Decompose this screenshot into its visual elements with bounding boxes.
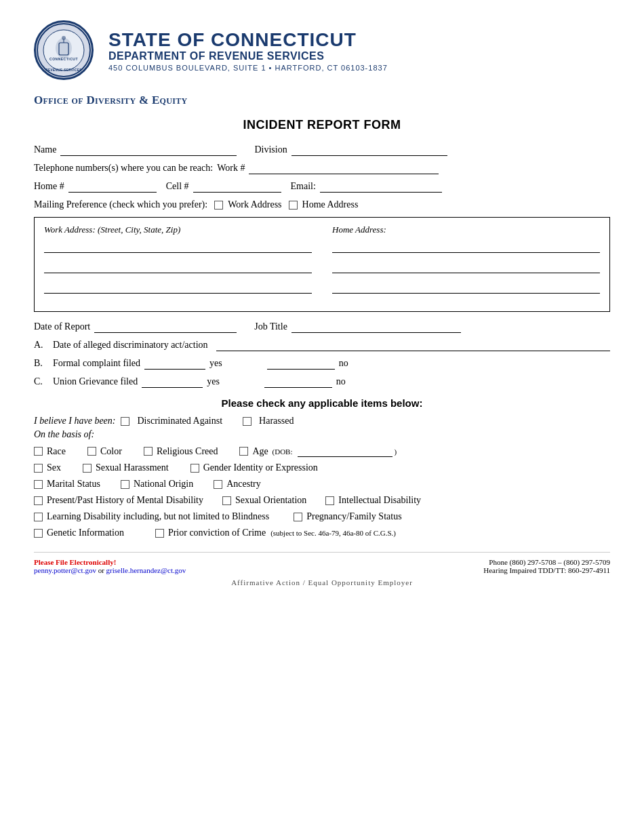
genetic-label: Genetic Information [47, 528, 124, 538]
work-address-line2[interactable] [44, 261, 312, 273]
section-a-input[interactable] [216, 340, 610, 351]
home-address-line3[interactable] [332, 281, 600, 294]
job-title-input[interactable] [291, 321, 461, 333]
footer-left: Please File Electronically! penny.potter… [34, 558, 186, 574]
learning-disability-checkbox[interactable] [34, 513, 43, 521]
header-section: CONNECTICUT REVENUE SERVICES State of Co… [34, 20, 610, 81]
intellectual-disability-checkbox[interactable] [325, 496, 334, 505]
home-address-line1[interactable] [332, 241, 600, 253]
basis-label: On the basis of: [34, 429, 94, 439]
pregnancy-item: Pregnancy/Family Status [294, 511, 401, 522]
color-label: Color [100, 446, 122, 457]
section-b-yes-input[interactable] [144, 358, 205, 370]
home-address-line2[interactable] [332, 261, 600, 273]
date-of-report-input[interactable] [94, 321, 237, 333]
gender-identity-item: Gender Identity or Expression [190, 462, 318, 473]
discriminated-checkbox[interactable] [121, 417, 129, 426]
agency-info: State of Connecticut Department of Reven… [108, 30, 388, 73]
sexual-orientation-label: Sexual Orientation [235, 495, 306, 506]
email-label: Email: [291, 181, 316, 192]
dob-input[interactable] [298, 445, 393, 457]
work-address-col-label: Work Address: (Street, City, State, Zip) [44, 224, 312, 235]
mental-disability-checkbox[interactable] [34, 496, 43, 505]
footer-or: or [98, 566, 104, 574]
work-address-check-item: Work Address [214, 199, 281, 210]
division-input[interactable] [291, 144, 447, 156]
color-checkbox[interactable] [87, 447, 96, 456]
check-row-5: Learning Disability including, but not l… [34, 511, 610, 522]
work-address-checkbox[interactable] [214, 201, 223, 210]
national-origin-item: National Origin [121, 479, 193, 490]
check-row-3: Marital Status National Origin Ancestry [34, 479, 610, 490]
seal-container: CONNECTICUT REVENUE SERVICES [34, 20, 95, 81]
work-hash-label: Work # [217, 163, 245, 174]
date-of-report-label: Date of Report [34, 321, 90, 332]
section-b-yes-label: yes [209, 358, 222, 369]
section-a-label: A. [34, 340, 49, 351]
sex-item: Sex [34, 462, 61, 473]
marital-status-label: Marital Status [47, 479, 100, 490]
race-item: Race [34, 446, 66, 457]
footer-phone: Phone (860) 297-5708 – (860) 297-5709 [483, 558, 610, 566]
section-c-yes-input[interactable] [142, 376, 203, 388]
section-b-no-input[interactable] [267, 358, 335, 370]
pregnancy-checkbox[interactable] [294, 513, 302, 521]
footer: Please File Electronically! penny.potter… [34, 552, 610, 574]
harassed-label: Harassed [259, 416, 294, 426]
address-box-inner: Work Address: (Street, City, State, Zip)… [44, 224, 600, 302]
pregnancy-label: Pregnancy/Family Status [306, 511, 401, 522]
home-address-checkbox[interactable] [289, 201, 298, 210]
race-checkbox[interactable] [34, 447, 43, 456]
footer-center: Affirmative Action / Equal Opportunity E… [34, 578, 610, 587]
section-c-text: Union Grievance filed [53, 376, 138, 387]
agency-subtitle: Department of Revenue Services [108, 50, 388, 62]
marital-status-checkbox[interactable] [34, 480, 43, 489]
national-origin-checkbox[interactable] [121, 480, 129, 489]
work-address-line3[interactable] [44, 281, 312, 294]
sex-checkbox[interactable] [34, 464, 43, 473]
state-seal: CONNECTICUT REVENUE SERVICES [34, 20, 94, 80]
home-phone-input[interactable] [68, 181, 157, 193]
email1-link[interactable]: penny.potter@ct.gov [34, 566, 96, 574]
home-address-col: Home Address: [332, 224, 600, 302]
agency-address: 450 Columbus Boulevard, Suite 1 • Hartfo… [108, 64, 388, 72]
prior-conviction-checkbox[interactable] [155, 529, 164, 538]
check-row-2: Sex Sexual Harassment Gender Identity or… [34, 462, 610, 473]
work-address-line1[interactable] [44, 241, 312, 253]
section-a-text: Date of alleged discriminatory act/actio… [53, 340, 208, 351]
discriminated-label: Discriminated Against [137, 416, 222, 426]
sexual-harassment-label: Sexual Harassment [96, 462, 169, 473]
email2-link[interactable]: griselle.hernandez@ct.gov [106, 566, 186, 574]
mental-disability-label: Present/Past History of Mental Disabilit… [47, 495, 203, 506]
age-checkbox[interactable] [239, 447, 248, 456]
work-address-check-label: Work Address [228, 199, 281, 210]
work-phone-input[interactable] [249, 163, 439, 174]
sexual-harassment-item: Sexual Harassment [83, 462, 169, 473]
religious-creed-checkbox[interactable] [144, 447, 153, 456]
basis-row: On the basis of: [34, 429, 610, 440]
dob-label: (DOB: [270, 448, 293, 456]
footer-right: Phone (860) 297-5708 – (860) 297-5709 He… [483, 558, 610, 574]
check-heading: Please check any applicable items below: [34, 397, 610, 409]
job-title-label: Job Title [254, 321, 287, 332]
cell-phone-input[interactable] [193, 181, 281, 193]
section-c-no-input[interactable] [264, 376, 332, 388]
ancestry-checkbox[interactable] [214, 480, 222, 489]
learning-disability-item: Learning Disability including, but not l… [34, 511, 269, 522]
sexual-orientation-checkbox[interactable] [222, 496, 231, 505]
email-input[interactable] [320, 181, 442, 193]
religious-creed-label: Religious Creed [157, 446, 218, 457]
section-b-text: Formal complaint filed [53, 358, 140, 369]
ancestry-item: Ancestry [214, 479, 261, 490]
division-label: Division [254, 144, 287, 155]
section-a-row: A. Date of alleged discriminatory act/ac… [34, 340, 610, 351]
genetic-checkbox[interactable] [34, 529, 43, 538]
harassed-checkbox[interactable] [243, 417, 251, 426]
cell-hash-label: Cell # [166, 181, 189, 192]
name-input[interactable] [60, 144, 237, 156]
check-row-6: Genetic Information Prior conviction of … [34, 528, 610, 538]
gender-identity-checkbox[interactable] [190, 464, 199, 473]
mailing-pref-label: Mailing Preference (check which you pref… [34, 199, 207, 210]
svg-point-5 [62, 36, 66, 40]
sexual-harassment-checkbox[interactable] [83, 464, 92, 473]
